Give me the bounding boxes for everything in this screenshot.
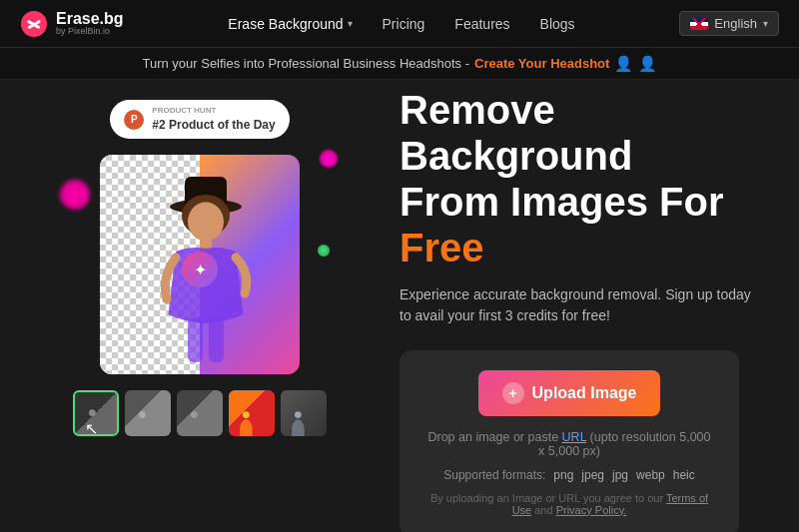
format-jpg: jpg (612, 468, 628, 482)
svg-point-13 (243, 411, 250, 418)
svg-point-11 (139, 411, 146, 418)
announcement-cta[interactable]: Create Your Headshot (474, 56, 609, 71)
svg-rect-8 (188, 317, 203, 362)
formats-row: Supported formats: png jpeg jpg webp hei… (423, 468, 715, 482)
announcement-text: Turn your Selfies into Professional Busi… (142, 56, 469, 71)
format-png: png (553, 468, 573, 482)
left-panel: P PRODUCT HUNT #2 Product of the Day (40, 100, 360, 512)
decoration-dot-pink2 (320, 150, 338, 168)
product-hunt-badge[interactable]: P PRODUCT HUNT #2 Product of the Day (110, 100, 289, 139)
plus-icon: + (502, 382, 524, 404)
eraser-badge: ✦ (182, 252, 218, 287)
format-webp: webp (636, 468, 665, 482)
ph-rank: #2 Product of the Day (152, 115, 275, 133)
thumb-1[interactable]: ↖ (73, 390, 119, 436)
svg-point-14 (295, 411, 302, 418)
logo[interactable]: Erase.bg by PixelBin.io (20, 10, 124, 38)
nav-blogs[interactable]: Blogs (540, 16, 575, 32)
nav-pricing[interactable]: Pricing (383, 16, 425, 32)
announcement-bar: Turn your Selfies into Professional Busi… (0, 48, 799, 80)
navbar: Erase.bg by PixelBin.io Erase Background… (0, 0, 799, 48)
decoration-dot-pink (60, 180, 90, 210)
nav-features[interactable]: Features (454, 16, 509, 32)
hero-subtitle: Experience accurate background removal. … (400, 284, 759, 326)
hero-free-text: Free (400, 226, 484, 269)
announce-icons: 👤 👤 (614, 55, 656, 73)
format-heic: heic (673, 468, 695, 482)
lang-chevron-icon: ▾ (763, 18, 768, 29)
hero-title: Remove Background From Images For Free (400, 87, 759, 270)
thumb-2[interactable] (125, 390, 171, 436)
language-button[interactable]: English ▾ (679, 11, 779, 36)
flag-icon (690, 18, 708, 30)
url-link[interactable]: URL (562, 430, 587, 444)
cursor-icon: ↖ (85, 419, 98, 436)
svg-point-12 (191, 411, 198, 418)
thumb-4[interactable] (229, 390, 275, 436)
nav-erase-bg[interactable]: Erase Background ▾ (228, 16, 352, 32)
svg-rect-9 (209, 317, 224, 362)
ph-label: PRODUCT HUNT (152, 106, 275, 115)
chevron-down-icon: ▾ (348, 18, 353, 29)
upload-box: + Upload Image Drop an image or paste UR… (400, 350, 739, 533)
logo-icon (20, 10, 48, 38)
nav-links: Erase Background ▾ Pricing Features Blog… (228, 16, 574, 32)
thumbnails-row: ↖ (73, 390, 327, 436)
drop-hint: Drop an image or paste URL (upto resolut… (423, 430, 715, 458)
right-panel: Remove Background From Images For Free E… (400, 100, 759, 512)
logo-sub: by PixelBin.io (56, 27, 124, 36)
decoration-dot-green (318, 245, 330, 257)
privacy-link[interactable]: Privacy Policy. (556, 504, 627, 516)
ph-logo-icon: P (124, 110, 144, 130)
thumb-3[interactable] (177, 390, 223, 436)
main-content: P PRODUCT HUNT #2 Product of the Day (0, 80, 799, 532)
logo-name: Erase.bg (56, 11, 124, 27)
terms-row: By uploading an Image or URL you agree t… (423, 492, 715, 516)
thumb-5[interactable] (281, 390, 327, 436)
upload-image-button[interactable]: + Upload Image (478, 370, 661, 416)
language-label: English (714, 16, 757, 31)
svg-point-10 (89, 409, 96, 416)
format-jpeg: jpeg (581, 468, 604, 482)
svg-point-6 (188, 203, 224, 242)
